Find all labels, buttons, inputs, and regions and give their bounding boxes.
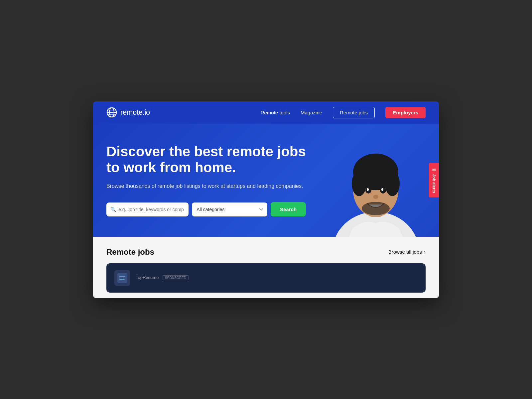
jobs-header: Remote jobs Browse all jobs › xyxy=(106,247,426,257)
svg-point-10 xyxy=(385,171,400,196)
remote-jobs-button[interactable]: Remote jobs xyxy=(333,107,375,118)
logo-icon xyxy=(106,107,117,118)
search-icon: 🔍 xyxy=(110,207,116,212)
company-logo xyxy=(114,270,130,286)
employers-button[interactable]: Employers xyxy=(385,107,426,118)
company-name: TopResume xyxy=(136,275,159,280)
nav-remote-tools[interactable]: Remote tools xyxy=(261,110,290,115)
browse-all-label: Browse all jobs xyxy=(388,249,422,255)
browse-all-jobs-link[interactable]: Browse all jobs › xyxy=(388,249,426,255)
svg-point-15 xyxy=(373,195,378,199)
search-button[interactable]: Search xyxy=(271,202,306,216)
browser-window: remote.io Remote tools Magazine Remote j… xyxy=(93,101,439,298)
chevron-right-icon: › xyxy=(424,249,426,255)
job-card-topresume[interactable]: TopResume SPONSORED xyxy=(106,263,426,293)
search-bar: 🔍 All categories Design Engineering Mark… xyxy=(106,202,306,216)
sponsored-badge: SPONSORED xyxy=(163,275,189,280)
navbar: remote.io Remote tools Magazine Remote j… xyxy=(93,101,439,124)
job-alerts-tab[interactable]: ✉ Job alerts xyxy=(429,163,439,198)
hero-subtitle: Browse thousands of remote job listings … xyxy=(106,182,306,190)
nav-links: Remote tools Magazine Remote jobs Employ… xyxy=(261,107,426,118)
job-alerts-icon: ✉ xyxy=(432,167,436,172)
job-info: TopResume SPONSORED xyxy=(136,275,418,281)
hero-title: Discover the best remote jobs to work fr… xyxy=(106,144,306,176)
hero-section: Discover the best remote jobs to work fr… xyxy=(93,124,439,237)
logo-text: remote.io xyxy=(120,108,150,117)
jobs-section: Remote jobs Browse all jobs › TopResume … xyxy=(93,237,439,298)
svg-rect-19 xyxy=(119,278,124,278)
svg-rect-20 xyxy=(119,279,125,280)
svg-point-9 xyxy=(352,171,366,196)
svg-point-16 xyxy=(362,202,390,215)
category-select[interactable]: All categories Design Engineering Market… xyxy=(192,202,267,216)
job-search-input[interactable] xyxy=(106,202,189,216)
hero-content: Discover the best remote jobs to work fr… xyxy=(106,144,306,217)
svg-point-14 xyxy=(381,188,383,191)
svg-point-13 xyxy=(367,188,369,191)
logo[interactable]: remote.io xyxy=(106,107,150,118)
hero-person-image xyxy=(323,139,429,237)
svg-rect-18 xyxy=(119,276,125,277)
job-alerts-label: Job alerts xyxy=(432,174,436,193)
nav-magazine[interactable]: Magazine xyxy=(301,110,322,115)
search-input-wrap: 🔍 xyxy=(106,202,189,216)
jobs-section-title: Remote jobs xyxy=(106,247,154,257)
company-name-row: TopResume SPONSORED xyxy=(136,275,418,280)
